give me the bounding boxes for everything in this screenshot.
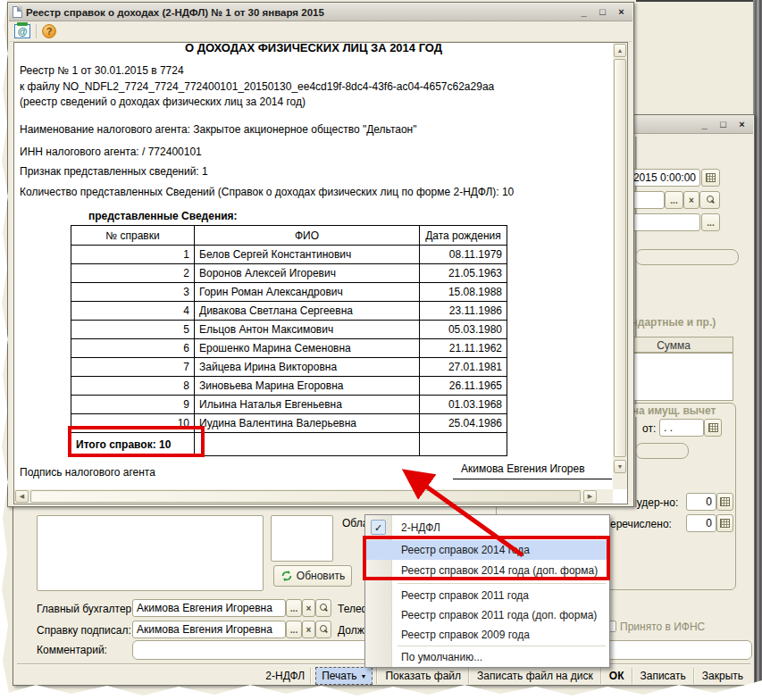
menu-item-registry-2011-alt[interactable]: Реестр справок 2011 года (доп. форма) <box>365 605 609 625</box>
table-header-row: № справки ФИО Дата рождения <box>71 226 507 246</box>
search-button[interactable] <box>315 599 331 617</box>
maximize-icon[interactable]: □ <box>595 5 610 19</box>
search-button[interactable] <box>699 191 720 209</box>
attribute-line: Признак представленных сведений: 1 <box>20 165 208 178</box>
minimize-icon[interactable]: _ <box>697 118 712 131</box>
maximize-icon[interactable]: □ <box>716 118 731 131</box>
files-list[interactable] <box>37 515 264 591</box>
ndfl-button[interactable]: 2-НДФЛ <box>260 670 310 682</box>
transferred-field[interactable]: 0 <box>686 514 716 532</box>
menu-separator <box>398 583 606 584</box>
ellipsis-button[interactable]: ... <box>286 599 302 617</box>
ellipsis-button[interactable]: ... <box>286 621 302 638</box>
file-name-line: к файлу NO_NDFL2_7724_7724_772400101_201… <box>20 80 494 93</box>
clear-button[interactable]: × <box>683 191 699 209</box>
refresh-button[interactable]: Обновить <box>273 565 352 587</box>
status-list[interactable] <box>271 515 333 562</box>
calendar-icon <box>706 173 716 182</box>
show-file-button[interactable]: Показать файл <box>378 670 468 682</box>
report-heading: О ДОХОДАХ ФИЗИЧЕСКИХ ЛИЦ ЗА 2014 ГОД <box>18 41 609 54</box>
scroll-left-button[interactable]: ◀ <box>15 490 29 503</box>
accepted-label: Принято в ИФНС <box>620 621 705 633</box>
clear-button[interactable]: × <box>302 599 315 617</box>
table-row: 1Белов Сергей Константинович08.11.1979 <box>71 246 507 264</box>
agent-inn-line: ИНН налогового агента: / 772400101 <box>20 146 202 158</box>
table-row: 8Зиновьева Марина Егоровна26.11.1965 <box>71 377 507 396</box>
clear-icon: × <box>306 625 312 635</box>
arrow-right-icon: ▶ <box>588 493 592 500</box>
horizontal-scroll-thumb[interactable] <box>30 490 581 503</box>
menu-item-default[interactable]: По умолчанию... <box>365 647 609 667</box>
table-caption: представленные Сведения: <box>88 210 238 222</box>
menu-item-registry-2009[interactable]: Реестр справок 2009 года <box>365 625 609 645</box>
minimize-icon[interactable]: _ <box>576 5 591 19</box>
ellipsis-button[interactable]: ... <box>701 213 720 231</box>
not-withheld-field[interactable]: 0 <box>686 493 716 511</box>
ellipsis-button[interactable]: ... <box>665 191 683 209</box>
report-toolbar: @ ? <box>9 21 632 42</box>
bottom-button-bar: 2-НДФЛ Печать▼ Показать файл Записать фа… <box>17 666 750 686</box>
scroll-down-button[interactable]: ▼ <box>614 460 626 473</box>
chief-accountant-label: Главный бухгалтер: <box>37 603 135 615</box>
search-button[interactable] <box>315 621 331 638</box>
calendar-button[interactable] <box>704 419 722 437</box>
signer-label: Справку подписал: <box>37 624 131 637</box>
report-title-bar[interactable]: Реестр справок о доходах (2-НДФЛ) № 1 от… <box>9 4 632 21</box>
table-row: 6Ерошенко Марина Семеновна21.11.1962 <box>71 339 507 358</box>
table-row: 9Ильина Наталья Евгеньевна01.03.1968 <box>71 396 507 414</box>
calculator-icon <box>720 497 730 506</box>
ellipsis-icon: ... <box>670 196 677 205</box>
horizontal-scrollbar[interactable]: ◀ ▶ <box>14 489 613 504</box>
ellipsis-icon: ... <box>290 604 297 613</box>
rounded-field[interactable] <box>635 443 689 459</box>
scroll-up-button[interactable]: ▲ <box>614 44 626 57</box>
save-button[interactable]: Записать <box>633 670 693 682</box>
refresh-icon <box>281 570 293 582</box>
search-icon <box>706 196 715 204</box>
certificates-table: № справки ФИО Дата рождения 1Белов Серге… <box>71 225 507 456</box>
arrow-down-icon: ▼ <box>617 463 624 470</box>
ok-button[interactable]: ОК <box>602 670 632 682</box>
dropdown-icon: ▼ <box>360 673 366 679</box>
clear-icon: × <box>306 604 312 613</box>
send-email-icon[interactable]: @ <box>14 24 30 38</box>
scroll-right-button[interactable]: ▶ <box>583 490 597 503</box>
calculator-button[interactable] <box>716 514 733 532</box>
col-number: № справки <box>71 226 195 246</box>
highlight-menu-items <box>363 536 610 580</box>
close-icon[interactable]: × <box>734 118 749 131</box>
calendar-button[interactable] <box>701 169 720 187</box>
ellipsis-icon: ... <box>707 218 714 228</box>
calculator-button[interactable] <box>716 493 733 511</box>
file-description-line: (реестр сведений о доходах физических ли… <box>20 96 306 108</box>
menu-item-2ndfl[interactable]: ✓ 2-НДФЛ <box>365 518 609 538</box>
vertical-scrollbar[interactable]: ▲ ▼ <box>613 43 627 489</box>
agent-name-line: Наименование налогового агента: Закрытое… <box>20 123 417 136</box>
help-icon[interactable]: ? <box>42 24 56 38</box>
signature-label: Подпись налогового агента <box>20 466 155 479</box>
chief-accountant-field[interactable]: Акимова Евгения Игоревна <box>132 599 286 617</box>
signer-field[interactable]: Акимова Евгения Игоревна <box>132 621 286 638</box>
from-label: от: <box>642 422 656 435</box>
close-icon[interactable]: × <box>614 5 629 19</box>
vertical-scroll-thumb[interactable] <box>614 59 626 457</box>
highlight-total-certificates <box>68 426 205 457</box>
clear-button[interactable]: × <box>302 621 315 638</box>
app-top-border <box>636 0 762 2</box>
menu-item-registry-2011[interactable]: Реестр справок 2011 года <box>365 586 609 605</box>
registry-number-line: Реестр № 1 от 30.01.2015 в 7724 <box>20 64 184 77</box>
col-birthdate: Дата рождения <box>420 226 507 246</box>
menu-separator <box>398 646 606 646</box>
signature-name: Акимова Евгения Игорев <box>461 462 585 475</box>
save-file-to-disk-button[interactable]: Записать файл на диск <box>470 670 600 682</box>
col-fio: ФИО <box>195 226 420 246</box>
calculator-icon <box>720 519 730 528</box>
deductions-group-label: тандартные и пр.) <box>620 316 716 329</box>
search-icon <box>319 625 328 634</box>
close-button[interactable]: Закрыть <box>695 670 750 682</box>
print-button[interactable]: Печать▼ <box>315 667 373 685</box>
rounded-field[interactable] <box>635 249 739 265</box>
table-row: 7Зайцева Ирина Викторовна27.01.1981 <box>71 358 507 377</box>
from-date-field[interactable]: . . <box>659 419 704 437</box>
transferred-label: еречислено: <box>610 518 672 530</box>
